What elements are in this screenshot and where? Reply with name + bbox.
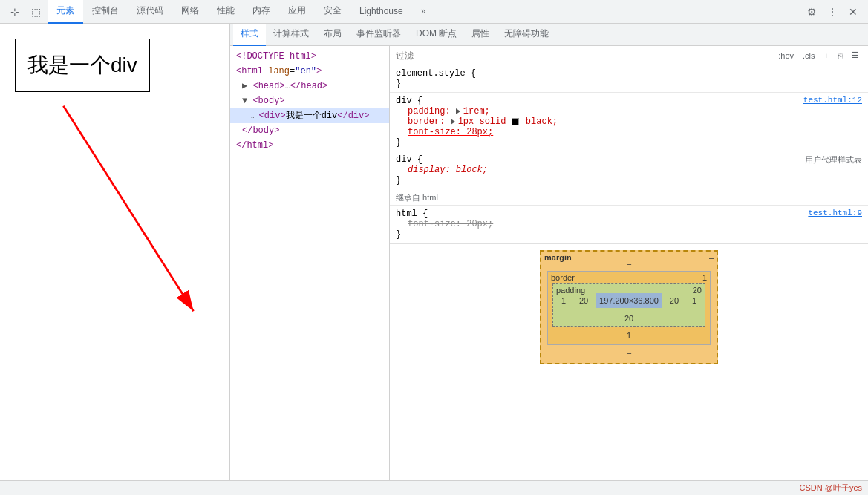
padding-bottom-val: 20: [556, 314, 702, 323]
css-tabs: 样式 计算样式 布局 事件监听器 DOM 断点 属性 无障碍功能: [230, 24, 868, 46]
tab-event-listeners[interactable]: 事件监听器: [349, 24, 408, 46]
dom-line-div[interactable]: … <div>我是一个div</div>: [230, 108, 389, 123]
html-rule-close: }: [396, 229, 862, 240]
inherited-label: 继承自 html: [390, 189, 868, 206]
div-ua-rule-selector: div {: [396, 154, 862, 165]
watermark: CSDN @叶子yes: [799, 482, 862, 494]
div-rule-source[interactable]: test.html:12: [803, 96, 862, 105]
html-rule-selector: html {: [396, 209, 862, 219]
tab-memory[interactable]: 内存: [244, 0, 279, 24]
element-style-selector: element.style {: [396, 68, 862, 79]
content-row: 1 20 197.200×36.800 20 1: [556, 293, 702, 308]
margin-right-val: 1: [687, 296, 702, 305]
expand-dots[interactable]: …: [251, 109, 256, 122]
tab-security[interactable]: 安全: [315, 0, 350, 24]
css-panel: :hov .cls + ⎘ ☰ element.style {: [390, 46, 868, 480]
margin-top-val: –: [547, 258, 711, 271]
div-rule-block: test.html:12 div { padding: 1rem; border…: [390, 93, 868, 151]
border-bottom-val: 1: [552, 331, 705, 340]
filter-bar: :hov .cls + ⎘ ☰: [390, 46, 868, 65]
tab-styles[interactable]: 样式: [233, 24, 266, 46]
inspect-icon[interactable]: ⬚: [27, 3, 45, 21]
element-style-block: element.style { }: [390, 65, 868, 93]
div-rule-selector: div {: [396, 96, 862, 106]
tab-dom-breakpoints[interactable]: DOM 断点: [408, 24, 464, 46]
settings-icon[interactable]: ⚙: [803, 3, 820, 21]
dom-line-head[interactable]: ▶ <head>…</head>: [230, 79, 389, 94]
padding-triangle: [456, 108, 460, 114]
tab-layout[interactable]: 布局: [316, 24, 349, 46]
tab-network[interactable]: 网络: [172, 0, 208, 24]
box-model-padding: padding 20 1 20 197.200×36.800: [552, 283, 705, 327]
margin-dash-tr: –: [709, 253, 714, 262]
div-ua-rule-source: 用户代理样式表: [805, 154, 862, 165]
border-triangle: [451, 119, 455, 125]
cursor-icon[interactable]: ⊹: [6, 3, 24, 21]
devtools-panel: 样式 计算样式 布局 事件监听器 DOM 断点 属性 无障碍功能: [230, 24, 868, 480]
tab-console[interactable]: 控制台: [83, 0, 128, 24]
margin-left-val: 1: [556, 296, 571, 305]
webpage-panel: 我是一个div: [0, 24, 230, 480]
dom-line-body-open[interactable]: ▼ <body>: [230, 94, 389, 108]
margin-label: margin: [544, 253, 572, 262]
tab-sources[interactable]: 源代码: [128, 0, 172, 24]
top-tabs: 元素 控制台 源代码 网络 性能 内存 应用 安全 Lighthouse »: [48, 0, 800, 24]
main-container: 我是一个div 样式 计算样式 布局: [0, 24, 868, 480]
tab-computed[interactable]: 计算样式: [266, 24, 316, 46]
div-ua-rule-block: 用户代理样式表 div { display: block; }: [390, 151, 868, 189]
add-style-button[interactable]: +: [821, 50, 832, 62]
tab-properties[interactable]: 属性: [464, 24, 497, 46]
toggle-icon[interactable]: ☰: [849, 49, 862, 62]
dom-line-html-close[interactable]: </html>: [230, 138, 389, 153]
devtools-top-bar: ⊹ ⬚ 元素 控制台 源代码 网络 性能 内存 应用 安全 Lighthouse: [0, 0, 868, 24]
tab-performance[interactable]: 性能: [208, 0, 244, 24]
filter-input[interactable]: [396, 50, 769, 61]
close-icon[interactable]: ✕: [844, 3, 862, 21]
color-swatch-black[interactable]: [512, 118, 519, 125]
more-options-icon[interactable]: ⋮: [823, 3, 841, 21]
html-rule-prop-fontsize: font-size: 20px;: [408, 219, 862, 229]
dom-line-doctype[interactable]: <!DOCTYPE html>: [230, 49, 389, 64]
dom-line-html[interactable]: <html lang="en">: [230, 64, 389, 79]
copy-icon[interactable]: ⎘: [835, 50, 846, 62]
padding-label: padding: [556, 286, 585, 295]
tab-accessibility[interactable]: 无障碍功能: [497, 24, 556, 46]
div-ua-rule-close: }: [396, 175, 862, 186]
padding-right-val: 20: [667, 296, 682, 305]
filter-actions: :hov .cls + ⎘ ☰: [775, 49, 862, 62]
svg-line-1: [63, 106, 193, 312]
border-label: border: [551, 273, 575, 282]
devtools-inner: <!DOCTYPE html> <html lang="en"> ▶ <head…: [230, 46, 868, 480]
cls-button[interactable]: .cls: [800, 50, 818, 62]
hov-button[interactable]: :hov: [775, 50, 797, 62]
box-model-outer: margin – – border 1 padding 20: [540, 250, 718, 364]
div-rule-close: }: [396, 137, 862, 148]
border-val: 1: [702, 273, 707, 282]
html-rule-block: test.html:9 html { font-size: 20px; }: [390, 206, 868, 243]
bottom-bar: CSDN @叶子yes: [0, 480, 868, 495]
html-rule-source[interactable]: test.html:9: [808, 209, 862, 217]
tab-more[interactable]: »: [412, 0, 435, 24]
webpage-content: 我是一个div: [0, 24, 229, 107]
box-model-section: margin – – border 1 padding 20: [390, 243, 868, 370]
dom-line-body-close[interactable]: </body>: [230, 123, 389, 138]
padding-left-val: 20: [576, 296, 591, 305]
demo-div: 我是一个div: [15, 39, 150, 92]
div-ua-rule-prop-display: display: block;: [408, 165, 862, 175]
tab-elements[interactable]: 元素: [48, 0, 83, 24]
dom-panel: <!DOCTYPE html> <html lang="en"> ▶ <head…: [230, 46, 390, 480]
box-model-border: border 1 padding 20 1 20: [547, 271, 711, 345]
tab-lighthouse[interactable]: Lighthouse: [350, 0, 412, 24]
margin-bottom-val: –: [547, 345, 711, 357]
element-style-close: }: [396, 79, 862, 89]
css-rules: element.style { } test.html:12 div {: [390, 65, 868, 480]
div-rule-prop-padding: padding: 1rem;: [408, 106, 862, 117]
tab-application[interactable]: 应用: [279, 0, 315, 24]
div-rule-prop-fontsize: font-size: 28px;: [408, 127, 862, 137]
padding-top-val: 20: [693, 286, 702, 295]
top-bar-right: ⚙ ⋮ ✕: [803, 3, 862, 21]
content-box: 197.200×36.800: [596, 293, 662, 308]
div-rule-prop-border: border: 1px solid black;: [408, 117, 862, 127]
